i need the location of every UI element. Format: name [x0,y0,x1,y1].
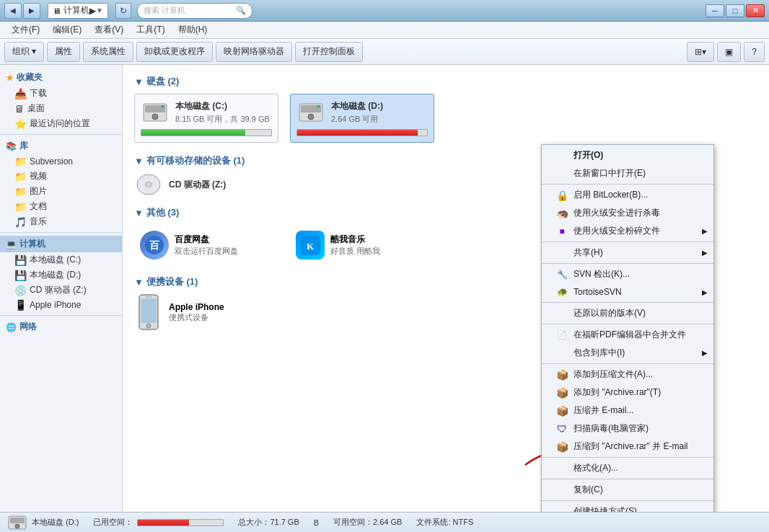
menu-edit[interactable]: 编辑(E) [47,22,87,37]
ctx-add-archive[interactable]: 📦 添加到压缩文件(A)... [542,365,713,384]
svg-point-6 [308,114,314,120]
ctx-tortoisesvn[interactable]: 🐢 TortoiseSVN ▶ [542,283,713,301]
ctx-copy-label: 复制(C) [574,484,603,496]
kugou-info: 酷我音乐 好音质 用酷我 [330,234,380,257]
ctx-antivirus-icon: 🦔 [556,208,568,219]
ctx-pdf-merge[interactable]: 📄 在福昕PDF编辑器中合并文件 [542,326,713,344]
titlebar: ◀ ▶ 🖥 计算机 ▶ ▼ ↻ 搜索 计算机 🔍 ─ □ ✕ [0,0,769,22]
status-drive-name: 本地磁盘 (D:) [32,517,79,528]
sidebar-item-music[interactable]: 🎵 音乐 [0,214,122,229]
status-filesystem-label: 文件系统: NTFS [416,517,473,528]
menu-tools[interactable]: 工具(T) [131,22,170,37]
ctx-open-new-window[interactable]: 在新窗口中打开(E) [542,164,713,182]
menu-view[interactable]: 查看(V) [89,22,129,37]
sidebar-item-subversion-label: Subversion [30,156,73,167]
ctx-open[interactable]: 打开(O) [542,146,713,164]
sidebar-item-d-drive[interactable]: 💾 本地磁盘 (D:) [0,267,122,283]
uninstall-button[interactable]: 卸载或更改程序 [136,42,213,62]
ctx-format[interactable]: 格式化(A)... [542,459,713,477]
ctx-shred[interactable]: ■ 使用火绒安全粉碎文件 ▶ [542,222,713,240]
ctx-svn-checkout[interactable]: 🔧 SVN 检出(K)... [542,265,713,283]
baidu-info: 百度网盘 双击运行百度网盘 [175,234,238,257]
ctx-create-shortcut[interactable]: 创建快捷方式(S) [542,502,713,512]
properties-button[interactable]: 属性 [47,42,80,62]
ctx-antivirus[interactable]: 🦔 使用火绒安全进行杀毒 [542,204,713,222]
c-drive-item[interactable]: 本地磁盘 (C:) 8.15 GB 可用，共 39.9 GB [134,94,278,143]
ctx-add-rar[interactable]: 📦 添加到 "Archive.rar"(T) [542,384,713,402]
ctx-include-library[interactable]: 包含到库中(I) ▶ [542,344,713,362]
ctx-share[interactable]: 共享(H) ▶ [542,244,713,262]
divider-3 [0,315,122,316]
sidebar-item-subversion[interactable]: 📁 Subversion [0,154,122,169]
ctx-sep-3 [542,263,713,264]
ctx-share-icon [556,247,568,259]
sidebar-network-label: 网络 [19,321,37,333]
cd-icon-sidebar: 💿 [14,285,27,296]
baidu-item[interactable]: 百 百度网盘 双击运行百度网盘 [134,225,278,265]
ctx-add-rar-label: 添加到 "Archive.rar"(T) [574,386,661,399]
minimize-button[interactable]: ─ [706,4,724,17]
forward-button[interactable]: ▶ [23,3,40,19]
ctx-copy[interactable]: 复制(C) [542,481,713,499]
hard-disks-heading: ▼ 硬盘 (2) [134,75,757,88]
preview-pane-button[interactable]: ▣ [717,42,741,62]
sidebar-item-desktop[interactable]: 🖥 桌面 [0,101,122,116]
ctx-bitlocker[interactable]: 🔒 启用 BitLocker(B)... [542,186,713,204]
sidebar-item-cd-drive[interactable]: 💿 CD 驱动器 (Z:) [0,283,122,298]
desktop-icon: 🖥 [14,103,25,115]
sidebar-computer-header[interactable]: 💻 计算机 [0,236,122,252]
sidebar-item-pictures[interactable]: 📁 图片 [0,184,122,199]
ctx-sep-8 [542,479,713,479]
sidebar-network-header[interactable]: 🌐 网络 [0,319,122,335]
ctx-shortcut-label: 创建快捷方式(S) [574,505,637,512]
help-button[interactable]: ? [744,42,765,62]
search-bar[interactable]: 搜索 计算机 🔍 [137,3,252,19]
sidebar-library-header[interactable]: 📚 库 [0,138,122,154]
sidebar-item-documents[interactable]: 📁 文档 [0,199,122,214]
view-toggle[interactable]: ⊞▾ [687,42,714,62]
kugou-row: K 酷我音乐 好音质 用酷我 [296,231,380,260]
kugou-item[interactable]: K 酷我音乐 好音质 用酷我 [290,225,434,265]
other-arrow: ▼ [134,208,144,218]
sidebar-item-d-drive-label: 本地磁盘 (D:) [30,269,81,281]
system-properties-button[interactable]: 系统属性 [83,42,133,62]
ctx-sep-9 [542,500,713,501]
svg-rect-3 [161,105,164,107]
svg-rect-7 [317,105,320,107]
menu-help[interactable]: 帮助(H) [172,22,214,37]
d-drive-item[interactable]: 本地磁盘 (D:) 2.64 GB 可用 [290,94,434,143]
refresh-button[interactable]: ↻ [115,3,131,19]
sidebar-item-recent-label: 最近访问的位置 [30,118,90,130]
ctx-restore[interactable]: 还原以前的版本(V) [542,304,713,322]
control-panel-button[interactable]: 打开控制面板 [295,42,363,62]
organize-button[interactable]: 组织 ▾ [4,42,44,62]
content-area: ▼ 硬盘 (2) 本地磁盘 (C:) [123,65,769,512]
ctx-compress-rar-email[interactable]: 📦 压缩到 "Archive.rar" 并 E-mail [542,438,713,456]
ctx-compress-email[interactable]: 📦 压缩并 E-mail... [542,402,713,420]
ctx-archive-icon-2: 📦 [556,387,568,399]
back-button[interactable]: ◀ [4,3,22,19]
recent-icon: ⭐ [14,118,27,130]
ctx-bitlocker-label: 启用 BitLocker(B)... [574,189,648,201]
map-drive-button[interactable]: 映射网络驱动器 [216,42,292,62]
sidebar-favorites-header[interactable]: ★ 收藏夹 [0,69,122,86]
sidebar-item-pictures-label: 图片 [30,185,47,198]
status-progress-fill [138,520,189,526]
sidebar-item-recent[interactable]: ⭐ 最近访问的位置 [0,116,122,131]
menu-file[interactable]: 文件(F) [6,22,45,37]
close-button[interactable]: ✕ [746,4,765,17]
sidebar-item-download[interactable]: 📥 下载 [0,86,122,101]
sidebar-item-desktop-label: 桌面 [27,102,45,115]
ctx-scan-virus[interactable]: 🛡 扫描病毒(电脑管家) [542,420,713,438]
sidebar-item-video[interactable]: 📁 视频 [0,169,122,184]
sidebar-item-c-drive[interactable]: 💾 本地磁盘 (C:) [0,252,122,267]
address-dropdown-arrow[interactable]: ▼ [96,6,103,14]
status-b-label: B [314,518,319,527]
sidebar-item-iphone[interactable]: 📱 Apple iPhone [0,298,122,312]
address-bar[interactable]: 🖥 计算机 ▶ ▼ [48,3,108,19]
star-icon: ★ [6,73,14,83]
sidebar-library-label: 库 [19,140,28,152]
d-drive-disk-icon [296,101,325,124]
ctx-share-label: 共享(H) [574,247,603,259]
maximize-button[interactable]: □ [726,4,744,17]
